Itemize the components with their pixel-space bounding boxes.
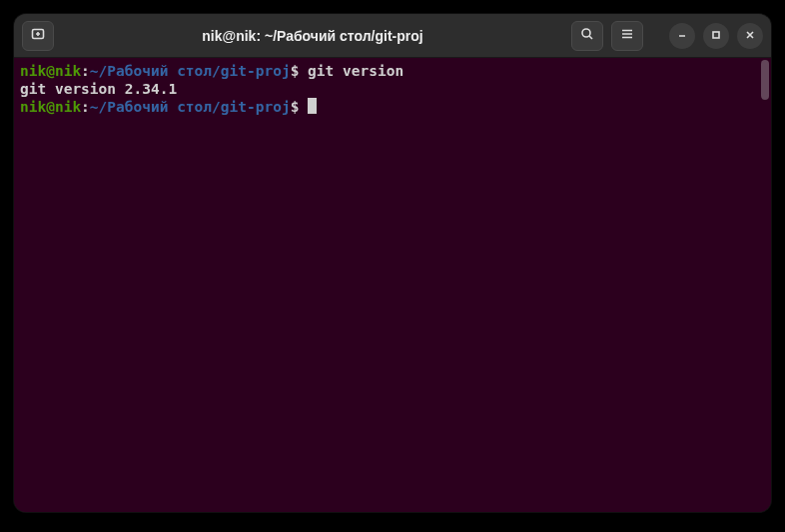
prompt-sep: : (81, 63, 90, 79)
prompt-path: ~/Рабочий стол/git-proj (90, 63, 291, 79)
maximize-icon (710, 26, 722, 45)
output-line: git version 2.34.1 (20, 81, 177, 97)
new-tab-icon (30, 26, 46, 46)
terminal-content: nik@nik:~/Рабочий стол/git-proj$ git ver… (14, 58, 761, 120)
window-title: nik@nik: ~/Рабочий стол/git-proj (62, 28, 563, 44)
svg-rect-9 (713, 32, 719, 38)
hamburger-icon (619, 26, 635, 46)
prompt-sigil: $ (291, 99, 300, 115)
new-tab-button[interactable] (22, 21, 54, 51)
svg-line-4 (589, 36, 592, 39)
prompt-path: ~/Рабочий стол/git-proj (90, 99, 291, 115)
terminal-window: nik@nik: ~/Рабочий стол/git-proj (14, 14, 771, 512)
close-icon (744, 26, 756, 45)
prompt-sep: : (81, 99, 90, 115)
terminal-area[interactable]: nik@nik:~/Рабочий стол/git-proj$ git ver… (14, 58, 771, 512)
search-icon (579, 26, 595, 46)
titlebar: nik@nik: ~/Рабочий стол/git-proj (14, 14, 771, 58)
minimize-icon (676, 26, 688, 45)
search-button[interactable] (571, 21, 603, 51)
maximize-button[interactable] (703, 23, 729, 49)
titlebar-right (571, 21, 763, 51)
command-text (299, 63, 308, 79)
scrollbar-thumb[interactable] (761, 60, 769, 100)
cursor-block (308, 98, 317, 114)
command-text: git version (308, 63, 403, 79)
minimize-button[interactable] (669, 23, 695, 49)
menu-button[interactable] (611, 21, 643, 51)
prompt-user: nik@nik (20, 63, 81, 79)
titlebar-left (22, 21, 54, 51)
close-button[interactable] (737, 23, 763, 49)
svg-point-3 (582, 29, 590, 37)
prompt-user: nik@nik (20, 99, 81, 115)
